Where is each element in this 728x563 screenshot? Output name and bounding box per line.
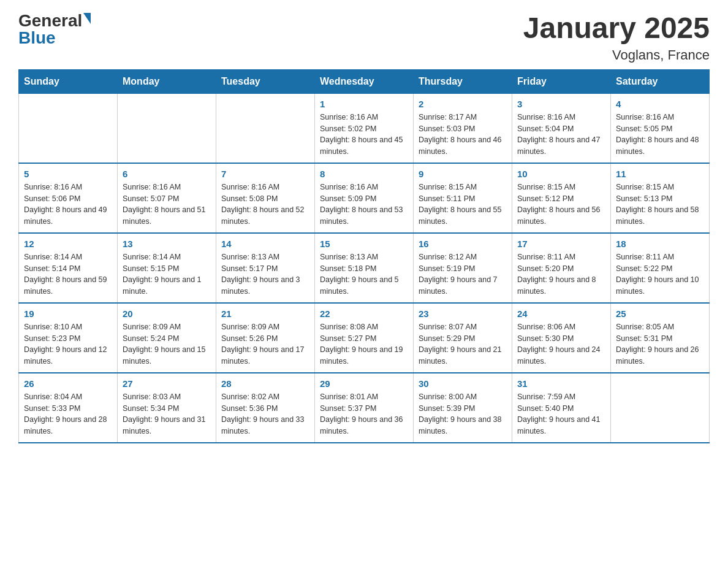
table-row: 19 Sunrise: 8:10 AMSunset: 5:23 PMDaylig… — [19, 303, 118, 373]
day-info: Sunrise: 8:11 AMSunset: 5:20 PMDaylight:… — [517, 253, 596, 296]
day-info: Sunrise: 7:59 AMSunset: 5:40 PMDaylight:… — [517, 393, 601, 435]
logo-triangle-icon — [83, 13, 91, 24]
table-row: 5 Sunrise: 8:16 AMSunset: 5:06 PMDayligh… — [19, 163, 118, 233]
day-info: Sunrise: 8:16 AMSunset: 5:02 PMDaylight:… — [320, 113, 403, 156]
day-number: 19 — [24, 308, 112, 319]
header-saturday: Saturday — [611, 69, 710, 93]
day-info: Sunrise: 8:16 AMSunset: 5:06 PMDaylight:… — [24, 183, 107, 226]
table-row — [611, 373, 710, 443]
day-number: 24 — [517, 308, 605, 319]
day-info: Sunrise: 8:15 AMSunset: 5:12 PMDaylight:… — [517, 183, 601, 226]
day-number: 5 — [24, 169, 112, 179]
day-number: 12 — [24, 239, 112, 249]
day-number: 20 — [123, 308, 211, 319]
table-row: 9 Sunrise: 8:15 AMSunset: 5:11 PMDayligh… — [414, 163, 512, 233]
table-row: 8 Sunrise: 8:16 AMSunset: 5:09 PMDayligh… — [315, 163, 414, 233]
table-row — [118, 93, 216, 163]
day-number: 31 — [517, 378, 605, 389]
day-number: 9 — [419, 169, 507, 179]
day-number: 17 — [517, 239, 605, 249]
day-info: Sunrise: 8:05 AMSunset: 5:31 PMDaylight:… — [616, 323, 699, 366]
day-number: 7 — [221, 169, 309, 179]
table-row: 10 Sunrise: 8:15 AMSunset: 5:12 PMDaylig… — [512, 163, 611, 233]
header-tuesday: Tuesday — [216, 69, 315, 93]
calendar-week-row: 26 Sunrise: 8:04 AMSunset: 5:33 PMDaylig… — [19, 373, 710, 443]
day-info: Sunrise: 8:14 AMSunset: 5:15 PMDaylight:… — [123, 253, 202, 296]
header-friday: Friday — [512, 69, 611, 93]
day-info: Sunrise: 8:13 AMSunset: 5:18 PMDaylight:… — [320, 253, 399, 296]
day-number: 23 — [419, 308, 507, 319]
day-number: 18 — [616, 239, 704, 249]
table-row: 16 Sunrise: 8:12 AMSunset: 5:19 PMDaylig… — [414, 233, 512, 303]
table-row: 28 Sunrise: 8:02 AMSunset: 5:36 PMDaylig… — [216, 373, 315, 443]
day-info: Sunrise: 8:11 AMSunset: 5:22 PMDaylight:… — [616, 253, 699, 296]
calendar-title: January 2025 — [523, 12, 710, 45]
day-info: Sunrise: 8:10 AMSunset: 5:23 PMDaylight:… — [24, 323, 107, 366]
table-row: 20 Sunrise: 8:09 AMSunset: 5:24 PMDaylig… — [118, 303, 216, 373]
day-info: Sunrise: 8:09 AMSunset: 5:26 PMDaylight:… — [221, 323, 305, 366]
day-info: Sunrise: 8:14 AMSunset: 5:14 PMDaylight:… — [24, 253, 107, 296]
day-number: 3 — [517, 99, 605, 109]
table-row — [216, 93, 315, 163]
table-row: 13 Sunrise: 8:14 AMSunset: 5:15 PMDaylig… — [118, 233, 216, 303]
day-number: 15 — [320, 239, 408, 249]
day-info: Sunrise: 8:01 AMSunset: 5:37 PMDaylight:… — [320, 393, 403, 435]
day-info: Sunrise: 8:16 AMSunset: 5:05 PMDaylight:… — [616, 113, 699, 156]
day-number: 22 — [320, 308, 408, 319]
day-number: 16 — [419, 239, 507, 249]
day-number: 30 — [419, 378, 507, 389]
day-number: 1 — [320, 99, 408, 109]
table-row: 14 Sunrise: 8:13 AMSunset: 5:17 PMDaylig… — [216, 233, 315, 303]
table-row: 6 Sunrise: 8:16 AMSunset: 5:07 PMDayligh… — [118, 163, 216, 233]
calendar-subtitle: Voglans, France — [523, 47, 710, 63]
logo-general-text: General — [18, 11, 82, 30]
day-number: 27 — [123, 378, 211, 389]
table-row: 26 Sunrise: 8:04 AMSunset: 5:33 PMDaylig… — [19, 373, 118, 443]
day-info: Sunrise: 8:02 AMSunset: 5:36 PMDaylight:… — [221, 393, 305, 435]
table-row: 27 Sunrise: 8:03 AMSunset: 5:34 PMDaylig… — [118, 373, 216, 443]
day-info: Sunrise: 8:12 AMSunset: 5:19 PMDaylight:… — [419, 253, 498, 296]
calendar-week-row: 1 Sunrise: 8:16 AMSunset: 5:02 PMDayligh… — [19, 93, 710, 163]
table-row: 12 Sunrise: 8:14 AMSunset: 5:14 PMDaylig… — [19, 233, 118, 303]
day-info: Sunrise: 8:16 AMSunset: 5:09 PMDaylight:… — [320, 183, 403, 226]
table-row: 11 Sunrise: 8:15 AMSunset: 5:13 PMDaylig… — [611, 163, 710, 233]
table-row: 2 Sunrise: 8:17 AMSunset: 5:03 PMDayligh… — [414, 93, 512, 163]
calendar-week-row: 12 Sunrise: 8:14 AMSunset: 5:14 PMDaylig… — [19, 233, 710, 303]
table-row: 30 Sunrise: 8:00 AMSunset: 5:39 PMDaylig… — [414, 373, 512, 443]
day-info: Sunrise: 8:15 AMSunset: 5:13 PMDaylight:… — [616, 183, 699, 226]
day-info: Sunrise: 8:16 AMSunset: 5:04 PMDaylight:… — [517, 113, 601, 156]
logo-blue-text: Blue — [18, 28, 56, 47]
table-row: 21 Sunrise: 8:09 AMSunset: 5:26 PMDaylig… — [216, 303, 315, 373]
page-header: General Blue January 2025 Voglans, Franc… — [18, 12, 710, 63]
day-info: Sunrise: 8:03 AMSunset: 5:34 PMDaylight:… — [123, 393, 206, 435]
day-number: 25 — [616, 308, 704, 319]
day-info: Sunrise: 8:06 AMSunset: 5:30 PMDaylight:… — [517, 323, 601, 366]
day-number: 29 — [320, 378, 408, 389]
day-number: 8 — [320, 169, 408, 179]
table-row: 4 Sunrise: 8:16 AMSunset: 5:05 PMDayligh… — [611, 93, 710, 163]
table-row: 24 Sunrise: 8:06 AMSunset: 5:30 PMDaylig… — [512, 303, 611, 373]
table-row: 29 Sunrise: 8:01 AMSunset: 5:37 PMDaylig… — [315, 373, 414, 443]
day-info: Sunrise: 8:09 AMSunset: 5:24 PMDaylight:… — [123, 323, 206, 366]
day-number: 4 — [616, 99, 704, 109]
table-row: 7 Sunrise: 8:16 AMSunset: 5:08 PMDayligh… — [216, 163, 315, 233]
header-monday: Monday — [118, 69, 216, 93]
calendar-table: Sunday Monday Tuesday Wednesday Thursday… — [18, 69, 710, 443]
table-row: 3 Sunrise: 8:16 AMSunset: 5:04 PMDayligh… — [512, 93, 611, 163]
table-row: 18 Sunrise: 8:11 AMSunset: 5:22 PMDaylig… — [611, 233, 710, 303]
day-number: 11 — [616, 169, 704, 179]
day-info: Sunrise: 8:07 AMSunset: 5:29 PMDaylight:… — [419, 323, 502, 366]
table-row: 15 Sunrise: 8:13 AMSunset: 5:18 PMDaylig… — [315, 233, 414, 303]
day-info: Sunrise: 8:17 AMSunset: 5:03 PMDaylight:… — [419, 113, 502, 156]
table-row: 25 Sunrise: 8:05 AMSunset: 5:31 PMDaylig… — [611, 303, 710, 373]
calendar-header-row: Sunday Monday Tuesday Wednesday Thursday… — [19, 69, 710, 93]
day-number: 26 — [24, 378, 112, 389]
day-number: 6 — [123, 169, 211, 179]
table-row: 31 Sunrise: 7:59 AMSunset: 5:40 PMDaylig… — [512, 373, 611, 443]
day-info: Sunrise: 8:15 AMSunset: 5:11 PMDaylight:… — [419, 183, 502, 226]
day-number: 2 — [419, 99, 507, 109]
table-row — [19, 93, 118, 163]
table-row: 17 Sunrise: 8:11 AMSunset: 5:20 PMDaylig… — [512, 233, 611, 303]
calendar-week-row: 5 Sunrise: 8:16 AMSunset: 5:06 PMDayligh… — [19, 163, 710, 233]
day-number: 21 — [221, 308, 309, 319]
